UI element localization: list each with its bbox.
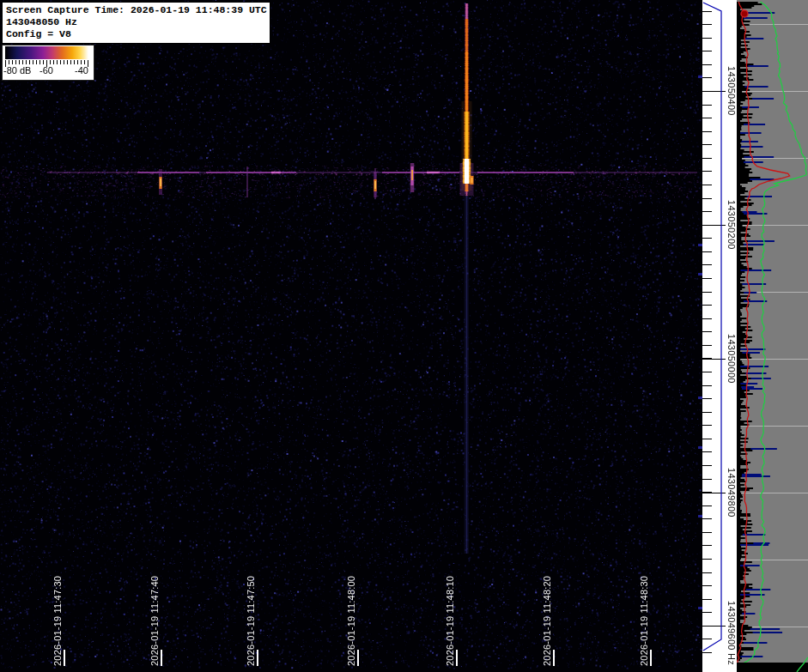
capture-info-box: Screen Capture Time: 2026-01-19 11:48:39…: [2, 2, 270, 44]
colorbar-tick: [74, 60, 75, 64]
colorbar-tick: [9, 60, 9, 64]
colorbar-tick: [84, 60, 85, 64]
time-label: 2026-01-19 11:48:00: [346, 576, 356, 666]
colorbar-tick: [81, 60, 82, 64]
time-label: 2026-01-19 11:48:30: [639, 576, 649, 666]
time-tick: [357, 650, 359, 666]
time-label: 2026-01-19 11:47:30: [52, 576, 63, 666]
time-tick: [650, 650, 652, 666]
colorbar-label-min: -80 dB: [3, 65, 31, 76]
amplitude-colorbar: -80 dB -60 -40: [2, 45, 94, 81]
colorbar-tick: [26, 60, 27, 64]
spectrum-lab-window: Screen Capture Time: 2026-01-19 11:48:39…: [0, 0, 808, 672]
colorbar-tick: [29, 60, 30, 64]
colorbar-tick: [77, 60, 78, 64]
colorbar-gradient: [5, 46, 91, 59]
colorbar-tick: [70, 60, 71, 64]
colorbar-tick: [67, 60, 68, 64]
colorbar-tick: [60, 60, 61, 64]
freq-label: 143049800: [726, 468, 737, 518]
colorbar-label-mid: -60: [39, 65, 53, 76]
center-frequency-text: 143048050 Hz: [6, 16, 267, 28]
time-label: 2026-01-19 11:48:20: [542, 576, 552, 666]
colorbar-tick: [57, 60, 58, 64]
colorbar-tick: [36, 60, 37, 64]
time-label: 2026-01-19 11:47:50: [246, 576, 256, 666]
colorbar-tick: [22, 60, 23, 64]
colorbar-tick: [43, 60, 44, 64]
colorbar-tick: [50, 60, 51, 64]
colorbar-tick: [64, 60, 64, 64]
time-tick: [64, 650, 65, 666]
freq-label: 143049600 Hz: [726, 601, 737, 665]
time-tick: [456, 650, 458, 666]
colorbar-tick: [19, 60, 20, 64]
config-text: Config = V8: [6, 28, 267, 40]
time-label: 2026-01-19 11:48:10: [445, 576, 455, 666]
time-tick: [257, 650, 258, 666]
colorbar-tick: [15, 60, 16, 64]
freq-label: 143050400: [726, 66, 737, 116]
spectrum-graph-panel: [737, 0, 808, 672]
capture-time-text: Screen Capture Time: 2026-01-19 11:48:39…: [6, 4, 267, 16]
time-tick: [161, 650, 162, 666]
colorbar-label-max: -40: [75, 65, 88, 76]
colorbar-tick: [39, 60, 40, 64]
freq-label: 143050200: [726, 200, 737, 250]
time-label: 2026-01-19 11:47:40: [149, 576, 160, 666]
waterfall-spectrogram: [0, 0, 702, 672]
colorbar-tick: [53, 60, 54, 64]
colorbar-tick: [33, 60, 33, 64]
time-tick: [553, 650, 555, 666]
colorbar-tick: [12, 60, 13, 64]
freq-label: 143050000: [726, 334, 737, 384]
